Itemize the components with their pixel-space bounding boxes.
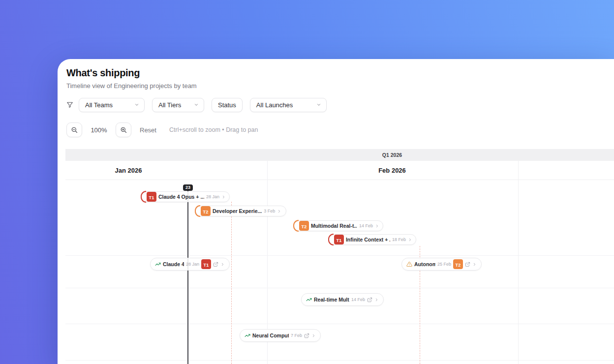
launch-item[interactable]: Autonomo... 25 Feb T2 bbox=[401, 258, 482, 271]
zoom-in-button[interactable] bbox=[116, 122, 131, 137]
launches-filter-select[interactable]: All Launches bbox=[250, 98, 327, 112]
row-divider bbox=[65, 360, 614, 361]
launch-label: Neural Computer... bbox=[252, 333, 289, 338]
launch-date: 25 Feb bbox=[437, 262, 451, 267]
row-divider bbox=[65, 324, 614, 324]
trending-up-icon bbox=[245, 333, 250, 338]
chevron-right-icon bbox=[221, 195, 226, 199]
launch-date: 28 Jan bbox=[186, 262, 199, 267]
today-marker-line bbox=[187, 186, 188, 364]
timeline-bar[interactable]: T1 Claude 4 Opus + ... 28 Jan bbox=[141, 191, 230, 202]
teams-filter-select[interactable]: All Teams bbox=[79, 98, 145, 112]
external-link-icon bbox=[304, 333, 309, 338]
zoom-toolbar: 100% Reset Ctrl+scroll to zoom • Drag to… bbox=[58, 112, 614, 138]
chevron-right-icon bbox=[311, 334, 316, 338]
page-subtitle: Timeline view of Engineering projects by… bbox=[66, 82, 614, 90]
status-filter-label: Status bbox=[218, 101, 236, 109]
month-header-row: Jan 2026 Feb 2026 bbox=[65, 161, 614, 180]
tier-badge: T2 bbox=[299, 221, 309, 231]
quarter-header-band: Q1 2026 bbox=[65, 149, 614, 161]
teams-filter-value: All Teams bbox=[85, 101, 113, 109]
bar-label: Multimodal Real-t... bbox=[311, 223, 357, 229]
chevron-down-icon bbox=[194, 102, 199, 107]
bar-date: 3 Feb bbox=[264, 209, 275, 213]
zoom-out-button[interactable] bbox=[66, 122, 82, 137]
external-link-icon bbox=[367, 297, 372, 303]
bar-date: 28 Jan bbox=[206, 194, 219, 199]
timeline: Q1 2026 Jan 2026 Feb 2026 23 T1 Claude bbox=[65, 149, 614, 364]
timeline-chart[interactable]: 23 T1 Claude 4 Opus + ... 28 Jan T2 Deve… bbox=[65, 180, 614, 364]
whats-shipping-panel: What's shipping Timeline view of Enginee… bbox=[58, 59, 614, 364]
month-label-feb: Feb 2026 bbox=[378, 167, 406, 174]
launch-label: Claude 4 ... bbox=[163, 261, 184, 267]
chevron-right-icon bbox=[220, 262, 225, 267]
chevron-right-icon bbox=[277, 209, 281, 213]
magnifier-minus-icon bbox=[71, 126, 78, 134]
launch-date: 7 Feb bbox=[291, 333, 302, 338]
alert-triangle-icon bbox=[406, 261, 412, 267]
launch-label: Real-time Multi... bbox=[314, 297, 349, 303]
launch-item[interactable]: Real-time Multi... 14 Feb bbox=[301, 293, 384, 306]
tiers-filter-value: All Tiers bbox=[158, 101, 181, 109]
bar-start-arc bbox=[328, 234, 334, 245]
timeline-bar[interactable]: T1 Infinite Context + ... 18 Feb bbox=[329, 234, 416, 245]
tier-badge: T1 bbox=[147, 192, 156, 202]
page-title: What's shipping bbox=[66, 67, 614, 79]
quarter-label: Q1 2026 bbox=[382, 152, 402, 158]
chevron-right-icon bbox=[374, 298, 379, 302]
row-divider bbox=[65, 288, 614, 288]
bar-date: 14 Feb bbox=[359, 223, 373, 228]
magnifier-plus-icon bbox=[120, 126, 127, 134]
launch-date: 14 Feb bbox=[351, 297, 365, 302]
trending-up-icon bbox=[155, 261, 161, 267]
launch-label: Autonomo... bbox=[414, 261, 435, 267]
bar-start-arc bbox=[195, 205, 200, 217]
status-filter-button[interactable]: Status bbox=[212, 98, 243, 112]
funnel-icon bbox=[66, 101, 73, 108]
milestone-date-line bbox=[231, 202, 232, 364]
launches-filter-value: All Launches bbox=[256, 101, 293, 109]
timeline-bar[interactable]: T2 Developer Experie... 3 Feb bbox=[195, 206, 286, 216]
month-label-jan: Jan 2026 bbox=[115, 167, 142, 174]
zoom-level: 100% bbox=[82, 126, 116, 134]
filter-bar: All Teams All Tiers Status All Launches bbox=[58, 90, 614, 112]
trending-up-icon bbox=[306, 297, 312, 303]
bar-start-arc bbox=[293, 220, 299, 232]
launch-item[interactable]: Claude 4 ... 28 Jan T1 bbox=[150, 258, 230, 271]
reset-zoom-button[interactable]: Reset bbox=[140, 126, 156, 134]
today-marker-badge: 23 bbox=[183, 184, 193, 191]
chevron-right-icon bbox=[375, 224, 379, 228]
tier-badge: T2 bbox=[453, 259, 463, 269]
bar-label: Infinite Context + ... bbox=[346, 237, 390, 243]
row-divider bbox=[65, 255, 614, 256]
external-link-icon bbox=[213, 262, 218, 267]
page-header: What's shipping Timeline view of Enginee… bbox=[58, 59, 614, 90]
chevron-right-icon bbox=[472, 262, 477, 267]
tiers-filter-select[interactable]: All Tiers bbox=[152, 98, 204, 112]
bar-label: Claude 4 Opus + ... bbox=[158, 194, 204, 200]
external-link-icon bbox=[465, 262, 470, 267]
chevron-down-icon bbox=[316, 102, 321, 107]
timeline-bar[interactable]: T2 Multimodal Real-t... 14 Feb bbox=[294, 220, 383, 231]
pan-zoom-hint: Ctrl+scroll to zoom • Drag to pan bbox=[169, 126, 258, 133]
chevron-right-icon bbox=[408, 238, 412, 242]
bar-start-arc bbox=[141, 191, 146, 203]
tier-badge: T1 bbox=[334, 235, 344, 244]
tier-badge: T1 bbox=[201, 259, 211, 269]
chevron-down-icon bbox=[134, 102, 139, 107]
tier-badge: T2 bbox=[201, 206, 211, 216]
bar-date: 18 Feb bbox=[392, 237, 406, 242]
bar-label: Developer Experie... bbox=[213, 208, 262, 214]
launch-item[interactable]: Neural Computer... 7 Feb bbox=[240, 329, 321, 342]
